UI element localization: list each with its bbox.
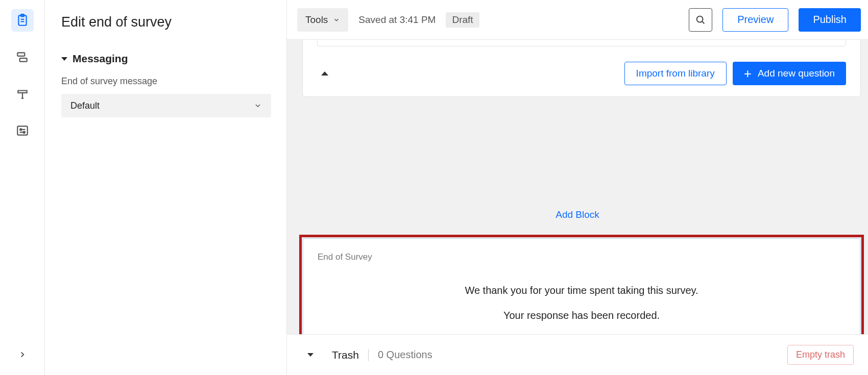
rail-options-icon[interactable] (11, 119, 34, 142)
tools-dropdown[interactable]: Tools (297, 8, 348, 32)
rail-flow-icon[interactable] (11, 46, 34, 68)
end-of-survey-message-select[interactable]: Default (61, 94, 271, 117)
svg-line-14 (702, 21, 704, 23)
topbar: Tools Saved at 3:41 PM Draft Preview Pub… (287, 0, 868, 40)
eos-message-line-1: We thank you for your time spent taking … (318, 285, 846, 296)
search-button[interactable] (689, 8, 712, 32)
tools-label: Tools (305, 14, 328, 26)
trash-title: Trash (332, 349, 369, 361)
caret-down-icon (61, 57, 67, 61)
add-block-link[interactable]: Add Block (287, 209, 868, 220)
messaging-section-label: Messaging (73, 53, 128, 65)
question-block: Import from library + Add new question (302, 40, 861, 97)
end-of-survey-highlight: End of Survey We thank you for your time… (299, 235, 864, 348)
end-of-survey-block[interactable]: End of Survey We thank you for your time… (303, 238, 860, 344)
survey-canvas: Import from library + Add new question A… (287, 40, 868, 375)
add-new-question-label: Add new question (758, 68, 835, 79)
page-title: Edit end of survey (61, 14, 271, 30)
rail-expand-icon[interactable] (11, 343, 34, 366)
svg-rect-5 (19, 58, 27, 62)
search-icon (695, 14, 706, 26)
saved-status: Saved at 3:41 PM (358, 14, 436, 26)
trash-count: 0 Questions (378, 349, 432, 361)
collapse-block-icon[interactable] (321, 71, 328, 76)
draft-badge: Draft (446, 12, 479, 28)
svg-rect-8 (17, 126, 28, 135)
icon-rail (0, 0, 45, 375)
trash-expand-icon[interactable] (307, 353, 314, 357)
select-value: Default (70, 101, 100, 111)
eos-message-line-2: Your response has been recorded. (318, 310, 846, 321)
add-new-question-button[interactable]: + Add new question (733, 62, 846, 85)
svg-point-13 (697, 16, 703, 22)
import-from-library-button[interactable]: Import from library (624, 62, 727, 85)
chevron-down-icon (254, 102, 262, 110)
end-of-survey-label: End of Survey (318, 252, 846, 262)
rail-survey-icon[interactable] (11, 9, 34, 32)
preview-button[interactable]: Preview (722, 8, 788, 32)
rail-look-icon[interactable] (11, 83, 34, 105)
left-panel: Edit end of survey Messaging End of surv… (45, 0, 287, 375)
svg-rect-4 (17, 53, 25, 56)
trash-bar: Trash 0 Questions Empty trash (287, 334, 868, 375)
end-of-survey-message-label: End of survey message (61, 76, 271, 87)
empty-trash-button[interactable]: Empty trash (787, 345, 854, 365)
messaging-section-header[interactable]: Messaging (61, 53, 271, 65)
question-frame (317, 40, 846, 46)
plus-icon: + (744, 67, 752, 80)
chevron-down-icon (333, 16, 340, 23)
publish-button[interactable]: Publish (799, 8, 861, 32)
